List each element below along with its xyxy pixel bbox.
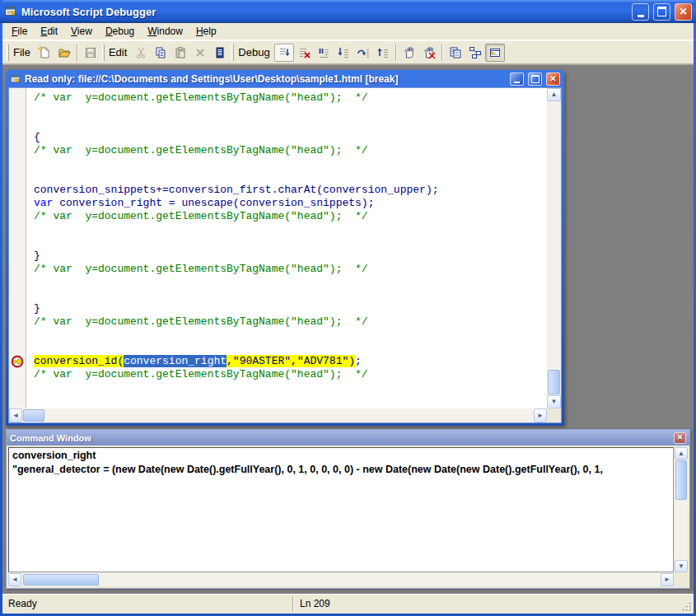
editor-maximize-button[interactable] xyxy=(528,72,542,86)
editor-titlebar: Read only: file://C:\Documents and Setti… xyxy=(8,70,562,87)
scrollbar-thumb[interactable] xyxy=(23,574,99,586)
toolbar-separator xyxy=(77,44,78,61)
run-icon xyxy=(278,46,291,59)
cut-button[interactable] xyxy=(131,44,151,62)
scroll-left-icon[interactable]: ◄ xyxy=(9,408,22,422)
margin-cell xyxy=(9,302,26,315)
window-title: Microsoft Script Debugger xyxy=(21,6,628,18)
toolbar-grip[interactable] xyxy=(7,44,9,61)
toolbar: File Edit xyxy=(2,40,694,64)
scroll-left-icon[interactable]: ◄ xyxy=(8,573,21,586)
scroll-down-icon[interactable]: ▼ xyxy=(675,560,688,572)
scrollbar-corner xyxy=(674,573,688,586)
margin-cell xyxy=(9,315,26,329)
save-button[interactable] xyxy=(81,44,100,62)
toggle-breakpoint-icon xyxy=(403,46,416,59)
status-message: Ready xyxy=(2,595,292,614)
break-button[interactable] xyxy=(314,44,334,62)
menu-file[interactable]: File xyxy=(5,24,34,39)
margin-cell xyxy=(9,276,26,289)
resize-grip-icon[interactable] xyxy=(682,602,693,613)
scrollbar-thumb[interactable] xyxy=(675,460,687,500)
toolbar-grip[interactable] xyxy=(231,44,234,61)
call-stack-button[interactable] xyxy=(465,44,485,62)
maximize-button[interactable] xyxy=(653,3,670,21)
copy-button[interactable] xyxy=(151,44,170,62)
source-view-button[interactable] xyxy=(210,44,230,62)
stop-debugging-icon xyxy=(297,46,311,59)
margin-cell xyxy=(9,250,26,263)
menu-window[interactable]: Window xyxy=(141,24,189,39)
scrollbar-thumb[interactable] xyxy=(548,370,560,394)
editor-window: Read only: file://C:\Documents and Setti… xyxy=(6,70,564,426)
toolbar-separator xyxy=(395,44,397,61)
scrollbar-thumb[interactable] xyxy=(23,409,44,422)
code-line xyxy=(34,342,547,355)
minimize-button[interactable] xyxy=(632,3,649,21)
command-window: Command Window ✕ conversion_right"genera… xyxy=(6,429,690,589)
margin-cell xyxy=(9,118,26,131)
running-documents-button[interactable] xyxy=(446,44,465,62)
command-window-close-icon[interactable]: ✕ xyxy=(674,432,686,444)
code-line xyxy=(34,170,547,184)
paste-button[interactable] xyxy=(170,44,190,62)
code-line: } xyxy=(34,250,547,263)
scroll-down-icon[interactable]: ▼ xyxy=(547,395,561,408)
menu-help[interactable]: Help xyxy=(189,24,223,39)
menubar: File Edit View Debug Window Help xyxy=(2,23,694,40)
call-stack-icon xyxy=(469,46,482,59)
margin-cell xyxy=(9,157,26,170)
editor-minimize-button[interactable] xyxy=(510,72,524,86)
editor-close-button[interactable] xyxy=(546,72,560,86)
command-output[interactable]: conversion_right"general_detector = (new… xyxy=(8,447,674,572)
margin-cell xyxy=(9,368,26,381)
menu-debug[interactable]: Debug xyxy=(99,24,141,39)
code-line: /* var y=document.getElementsByTagName("… xyxy=(34,315,547,329)
margin-cell xyxy=(9,263,26,276)
editor-horizontal-scrollbar[interactable]: ◄ ► xyxy=(9,408,547,422)
open-file-button[interactable] xyxy=(54,44,74,62)
command-vertical-scrollbar[interactable]: ▲ ▼ xyxy=(675,447,688,572)
scroll-up-icon[interactable]: ▲ xyxy=(675,447,688,460)
command-window-body: conversion_right"general_detector = (new… xyxy=(8,447,688,586)
delete-button[interactable] xyxy=(190,44,210,62)
step-out-button[interactable] xyxy=(373,44,393,62)
menu-edit[interactable]: Edit xyxy=(34,24,64,39)
new-document-button[interactable] xyxy=(35,44,54,62)
margin-cell xyxy=(9,170,26,184)
main-titlebar: Microsoft Script Debugger xyxy=(0,0,696,23)
close-button[interactable] xyxy=(675,3,692,21)
margin-cell xyxy=(9,210,26,223)
command-horizontal-scrollbar[interactable]: ◄ ► xyxy=(8,573,674,586)
menu-view[interactable]: View xyxy=(64,24,99,39)
scrollbar-corner xyxy=(547,408,561,422)
toolbar-grip[interactable] xyxy=(102,44,105,61)
scroll-up-icon[interactable]: ▲ xyxy=(547,88,561,101)
code-line xyxy=(34,236,547,250)
stop-debugging-button[interactable] xyxy=(294,44,314,62)
editor-margin[interactable] xyxy=(9,88,26,408)
code-lines[interactable]: /* var y=document.getElementsByTagName("… xyxy=(27,88,547,408)
margin-cell xyxy=(9,236,26,250)
toggle-breakpoint-button[interactable] xyxy=(399,44,419,62)
code-line xyxy=(34,105,547,118)
save-icon xyxy=(84,46,97,59)
code-line: /* var y=document.getElementsByTagName("… xyxy=(34,144,547,157)
code-line: conversion_snippets+=conversion_first.ch… xyxy=(34,184,547,197)
command-line: "general_detector = (new Date(new Date()… xyxy=(12,463,670,477)
scroll-right-icon[interactable]: ► xyxy=(661,573,674,586)
editor-title: Read only: file://C:\Documents and Setti… xyxy=(25,73,506,85)
step-into-button[interactable] xyxy=(334,44,353,62)
editor-vertical-scrollbar[interactable]: ▲ ▼ xyxy=(547,88,561,408)
clear-breakpoints-button[interactable] xyxy=(419,44,439,62)
code-line xyxy=(34,329,547,342)
run-button[interactable] xyxy=(274,44,294,62)
step-over-button[interactable] xyxy=(353,44,373,62)
cut-icon xyxy=(134,46,147,59)
paste-icon xyxy=(174,46,187,59)
command-window-button[interactable] xyxy=(485,44,505,62)
document-icon xyxy=(10,73,21,85)
margin-cell xyxy=(9,342,26,355)
scroll-right-icon[interactable]: ► xyxy=(534,408,547,422)
toolbar-file-label: File xyxy=(12,46,35,58)
